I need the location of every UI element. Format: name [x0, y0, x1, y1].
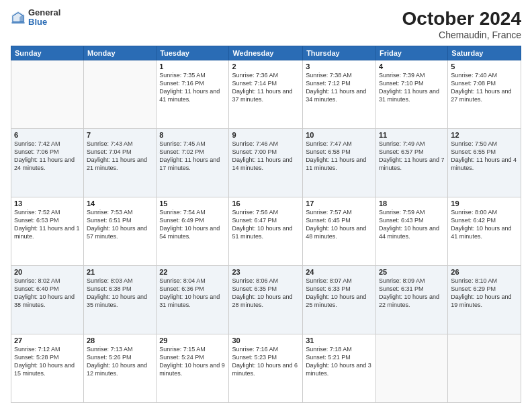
logo-text: General Blue: [28, 8, 60, 28]
table-cell: 17Sunrise: 7:57 AM Sunset: 6:45 PM Dayli…: [303, 197, 376, 266]
day-number: 2: [232, 62, 300, 71]
day-info: Sunrise: 8:06 AM Sunset: 6:35 PM Dayligh…: [232, 277, 300, 310]
day-number: 11: [379, 131, 445, 139]
table-cell: 10Sunrise: 7:47 AM Sunset: 6:58 PM Dayli…: [303, 129, 376, 197]
day-info: Sunrise: 7:56 AM Sunset: 6:47 PM Dayligh…: [232, 208, 300, 241]
day-info: Sunrise: 7:45 AM Sunset: 7:02 PM Dayligh…: [159, 140, 226, 173]
day-number: 3: [306, 62, 373, 71]
table-cell: 1Sunrise: 7:35 AM Sunset: 7:16 PM Daylig…: [157, 60, 229, 129]
day-number: 5: [451, 62, 518, 71]
table-cell: 29Sunrise: 7:15 AM Sunset: 5:24 PM Dayli…: [157, 334, 229, 403]
day-info: Sunrise: 7:42 AM Sunset: 7:06 PM Dayligh…: [14, 140, 81, 173]
header-friday: Friday: [375, 46, 447, 60]
table-cell: 13Sunrise: 7:52 AM Sunset: 6:53 PM Dayli…: [11, 197, 84, 266]
logo-general: General: [28, 8, 60, 17]
day-info: Sunrise: 8:07 AM Sunset: 6:33 PM Dayligh…: [306, 277, 373, 310]
day-number: 20: [14, 268, 81, 276]
day-number: 19: [451, 199, 518, 208]
day-info: Sunrise: 7:18 AM Sunset: 5:21 PM Dayligh…: [306, 345, 373, 378]
day-number: 8: [159, 131, 226, 139]
table-cell: 2Sunrise: 7:36 AM Sunset: 7:14 PM Daylig…: [229, 60, 303, 129]
table-cell: 6Sunrise: 7:42 AM Sunset: 7:06 PM Daylig…: [11, 129, 84, 197]
day-number: 31: [306, 336, 373, 345]
day-number: 27: [14, 336, 81, 345]
logo-blue: Blue: [28, 17, 60, 27]
table-cell: 23Sunrise: 8:06 AM Sunset: 6:35 PM Dayli…: [229, 266, 303, 334]
table-cell: 31Sunrise: 7:18 AM Sunset: 5:21 PM Dayli…: [303, 334, 376, 403]
day-info: Sunrise: 7:59 AM Sunset: 6:43 PM Dayligh…: [379, 208, 445, 241]
day-info: Sunrise: 7:57 AM Sunset: 6:45 PM Dayligh…: [306, 208, 373, 241]
table-cell: 28Sunrise: 7:13 AM Sunset: 5:26 PM Dayli…: [83, 334, 156, 403]
day-info: Sunrise: 8:03 AM Sunset: 6:38 PM Dayligh…: [87, 277, 153, 310]
header: General Blue October 2024 Chemaudin, Fra…: [11, 8, 521, 40]
table-cell: 21Sunrise: 8:03 AM Sunset: 6:38 PM Dayli…: [83, 266, 156, 334]
day-number: 28: [87, 336, 153, 345]
day-info: Sunrise: 7:40 AM Sunset: 7:08 PM Dayligh…: [451, 71, 518, 104]
day-number: 18: [379, 199, 445, 208]
day-number: 13: [14, 199, 81, 208]
table-cell: 20Sunrise: 8:02 AM Sunset: 6:40 PM Dayli…: [11, 266, 84, 334]
day-number: 7: [87, 131, 153, 139]
day-number: 10: [306, 131, 373, 139]
month-title: October 2024: [402, 8, 521, 30]
day-info: Sunrise: 7:50 AM Sunset: 6:55 PM Dayligh…: [451, 140, 518, 173]
day-number: 17: [306, 199, 373, 208]
day-number: 22: [159, 268, 226, 276]
table-cell: 15Sunrise: 7:54 AM Sunset: 6:49 PM Dayli…: [157, 197, 229, 266]
day-info: Sunrise: 7:47 AM Sunset: 6:58 PM Dayligh…: [306, 140, 373, 173]
day-info: Sunrise: 7:38 AM Sunset: 7:12 PM Dayligh…: [306, 71, 373, 104]
day-info: Sunrise: 8:09 AM Sunset: 6:31 PM Dayligh…: [379, 277, 445, 310]
day-info: Sunrise: 7:12 AM Sunset: 5:28 PM Dayligh…: [14, 345, 81, 378]
header-thursday: Thursday: [303, 46, 376, 60]
day-info: Sunrise: 8:00 AM Sunset: 6:42 PM Dayligh…: [451, 208, 518, 241]
day-info: Sunrise: 7:39 AM Sunset: 7:10 PM Dayligh…: [379, 71, 445, 104]
day-number: 30: [232, 336, 300, 345]
day-number: 4: [379, 62, 445, 71]
table-cell: 22Sunrise: 8:04 AM Sunset: 6:36 PM Dayli…: [157, 266, 229, 334]
day-info: Sunrise: 7:52 AM Sunset: 6:53 PM Dayligh…: [14, 208, 81, 241]
day-number: 9: [232, 131, 300, 139]
day-number: 12: [451, 131, 518, 139]
week-row-3: 13Sunrise: 7:52 AM Sunset: 6:53 PM Dayli…: [11, 197, 521, 266]
table-cell: 18Sunrise: 7:59 AM Sunset: 6:43 PM Dayli…: [375, 197, 447, 266]
header-tuesday: Tuesday: [157, 46, 229, 60]
header-saturday: Saturday: [448, 46, 521, 60]
day-info: Sunrise: 7:36 AM Sunset: 7:14 PM Dayligh…: [232, 71, 300, 104]
table-cell: [375, 334, 447, 403]
title-block: October 2024 Chemaudin, France: [402, 8, 521, 40]
day-info: Sunrise: 8:10 AM Sunset: 6:29 PM Dayligh…: [451, 277, 518, 310]
table-cell: 4Sunrise: 7:39 AM Sunset: 7:10 PM Daylig…: [375, 60, 447, 129]
day-number: 29: [159, 336, 226, 345]
logo: General Blue: [11, 8, 60, 28]
day-info: Sunrise: 7:15 AM Sunset: 5:24 PM Dayligh…: [159, 345, 226, 378]
header-sunday: Sunday: [11, 46, 84, 60]
week-row-5: 27Sunrise: 7:12 AM Sunset: 5:28 PM Dayli…: [11, 334, 521, 403]
table-cell: 24Sunrise: 8:07 AM Sunset: 6:33 PM Dayli…: [303, 266, 376, 334]
day-info: Sunrise: 7:53 AM Sunset: 6:51 PM Dayligh…: [87, 208, 153, 241]
week-row-1: 1Sunrise: 7:35 AM Sunset: 7:16 PM Daylig…: [11, 60, 521, 129]
table-cell: 30Sunrise: 7:16 AM Sunset: 5:23 PM Dayli…: [229, 334, 303, 403]
table-cell: [11, 60, 84, 129]
day-number: 24: [306, 268, 373, 276]
table-cell: 9Sunrise: 7:46 AM Sunset: 7:00 PM Daylig…: [229, 129, 303, 197]
day-number: 15: [159, 199, 226, 208]
table-cell: 7Sunrise: 7:43 AM Sunset: 7:04 PM Daylig…: [83, 129, 156, 197]
day-info: Sunrise: 8:04 AM Sunset: 6:36 PM Dayligh…: [159, 277, 226, 310]
table-cell: 26Sunrise: 8:10 AM Sunset: 6:29 PM Dayli…: [448, 266, 521, 334]
table-cell: 16Sunrise: 7:56 AM Sunset: 6:47 PM Dayli…: [229, 197, 303, 266]
week-row-2: 6Sunrise: 7:42 AM Sunset: 7:06 PM Daylig…: [11, 129, 521, 197]
day-number: 1: [159, 62, 226, 71]
day-info: Sunrise: 8:02 AM Sunset: 6:40 PM Dayligh…: [14, 277, 81, 310]
day-number: 23: [232, 268, 300, 276]
day-info: Sunrise: 7:54 AM Sunset: 6:49 PM Dayligh…: [159, 208, 226, 241]
table-cell: 19Sunrise: 8:00 AM Sunset: 6:42 PM Dayli…: [448, 197, 521, 266]
day-number: 16: [232, 199, 300, 208]
table-cell: 12Sunrise: 7:50 AM Sunset: 6:55 PM Dayli…: [448, 129, 521, 197]
table-cell: 27Sunrise: 7:12 AM Sunset: 5:28 PM Dayli…: [11, 334, 84, 403]
day-info: Sunrise: 7:46 AM Sunset: 7:00 PM Dayligh…: [232, 140, 300, 173]
day-info: Sunrise: 7:43 AM Sunset: 7:04 PM Dayligh…: [87, 140, 153, 173]
table-cell: 11Sunrise: 7:49 AM Sunset: 6:57 PM Dayli…: [375, 129, 447, 197]
table-cell: 5Sunrise: 7:40 AM Sunset: 7:08 PM Daylig…: [448, 60, 521, 129]
calendar-table: Sunday Monday Tuesday Wednesday Thursday…: [11, 46, 521, 403]
location-title: Chemaudin, France: [402, 30, 521, 40]
